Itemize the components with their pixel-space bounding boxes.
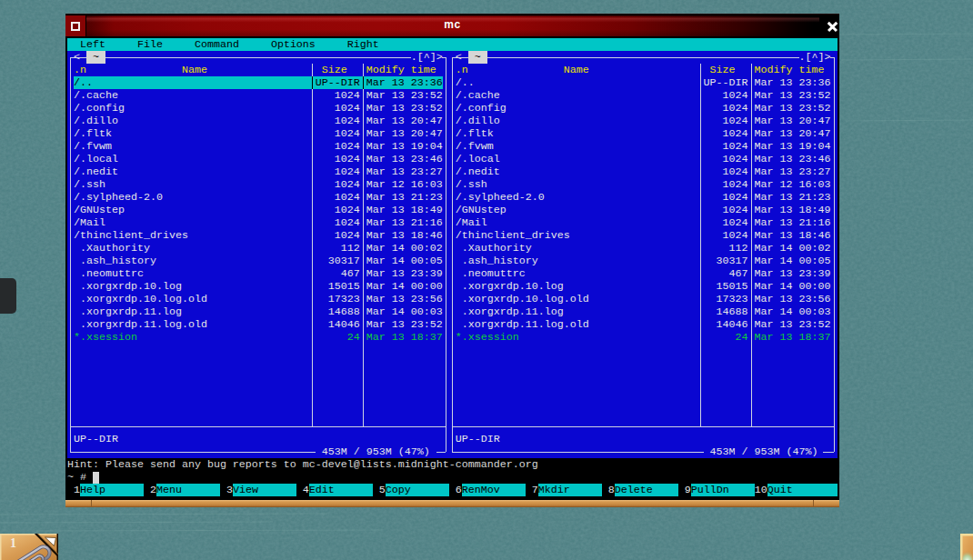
svg-text:1: 1 — [10, 536, 16, 550]
